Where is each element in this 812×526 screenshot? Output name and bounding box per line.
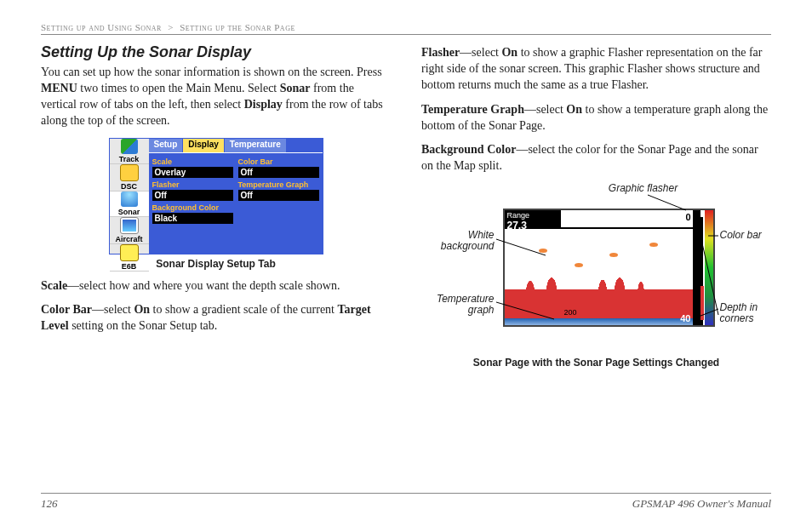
setup-pane: Setup Display Temperature ScaleOverlay C… — [149, 139, 323, 254]
sidebar-dsc: DSC — [110, 164, 149, 192]
callout-flasher: Graphic flasher — [592, 183, 695, 194]
color-bar — [705, 210, 713, 325]
callout-temp-graph: Temperature graph — [422, 294, 495, 316]
field-scale-label: Scale — [152, 157, 233, 166]
track-icon — [121, 139, 138, 154]
tab-temperature: Temperature — [225, 139, 287, 152]
figure1-caption: Sonar Display Setup Tab — [156, 258, 275, 270]
right-column: Flasher—select On to show a graphic Flas… — [421, 42, 771, 369]
menu-key: MENU — [41, 82, 77, 94]
sonar-screenshot: 200 Range27.3 0 40 — [503, 209, 715, 327]
setup-screenshot: Track DSC Sonar Aircraft E6B Setup Displ… — [109, 138, 323, 254]
callout-depth: Depth in corners — [720, 302, 771, 324]
scale-paragraph: Scale—select how and where you want the … — [41, 278, 391, 294]
sidebar-aircraft: Aircraft — [110, 217, 149, 244]
field-bgcolor-label: Background Color — [152, 203, 233, 212]
depth-bottom: 40 — [680, 313, 690, 323]
sidebar-e6b: E6B — [110, 244, 149, 272]
scale-term: Scale — [41, 279, 67, 292]
field-colorbar-value: Off — [238, 167, 319, 178]
breadcrumb: Setting up and Using Sonar > Setting up … — [41, 22, 771, 32]
graphic-flasher — [693, 210, 703, 325]
fish-icon — [649, 243, 658, 247]
sonar-icon — [121, 192, 138, 207]
bgcolor-term: Background Color — [421, 143, 516, 156]
breadcrumb-part1: Setting up and Using Sonar — [41, 22, 162, 32]
field-colorbar-label: Color Bar — [238, 157, 319, 166]
display-tab: Display — [244, 98, 283, 111]
scale-tick: 200 — [564, 308, 577, 317]
fish-icon — [539, 249, 547, 253]
setup-sidebar: Track DSC Sonar Aircraft E6B — [110, 139, 149, 254]
e6b-icon — [120, 244, 139, 261]
callout-color-bar: Color bar — [720, 230, 762, 241]
section-heading: Setting Up the Sonar Display — [41, 43, 391, 61]
sidebar-track: Track — [110, 139, 149, 164]
range-readout: Range27.3 — [505, 210, 561, 229]
tab-display: Display — [183, 139, 225, 152]
fish-icon — [575, 263, 583, 267]
field-bgcolor-value: Black — [152, 213, 233, 224]
field-tempgraph-value: Off — [238, 190, 319, 201]
figure-sonar-page: 200 Range27.3 0 40 Graphic flasher White… — [422, 183, 771, 353]
field-flasher-value: Off — [152, 190, 233, 201]
flasher-paragraph: Flasher—select On to show a graphic Flas… — [421, 45, 771, 94]
breadcrumb-sep: > — [168, 22, 174, 32]
breadcrumb-part2: Setting up the Sonar Page — [180, 22, 295, 32]
page-footer: 126 GPSMAP 496 Owner's Manual — [41, 493, 771, 511]
bgcolor-paragraph: Background Color—select the color for th… — [421, 142, 771, 174]
tab-setup: Setup — [149, 139, 184, 152]
dsc-icon — [120, 164, 139, 181]
manual-title: GPSMAP 496 Owner's Manual — [632, 497, 771, 511]
tempgraph-term: Temperature Graph — [421, 103, 524, 116]
figure-setup-tab: Track DSC Sonar Aircraft E6B Setup Displ… — [41, 138, 391, 270]
callout-white-bg: White background — [422, 230, 495, 252]
field-flasher-label: Flasher — [152, 180, 233, 189]
figure2-caption: Sonar Page with the Sonar Page Settings … — [421, 357, 771, 369]
depth-top: 0 — [685, 212, 690, 222]
field-tempgraph-label: Temperature Graph — [238, 180, 319, 189]
intro-paragraph: You can set up how the sonar information… — [41, 65, 391, 129]
colorbar-term: Color Bar — [41, 303, 92, 316]
sonar-tab: Sonar — [280, 82, 311, 94]
fish-icon — [609, 253, 618, 257]
colorbar-paragraph: Color Bar—select On to show a gradient s… — [41, 302, 391, 334]
tempgraph-paragraph: Temperature Graph—select On to show a te… — [421, 102, 771, 134]
page-number: 126 — [41, 497, 58, 511]
field-scale-value: Overlay — [152, 167, 233, 178]
aircraft-icon — [120, 217, 139, 234]
header-rule — [41, 34, 771, 35]
left-column: Setting Up the Sonar Display You can set… — [41, 42, 391, 369]
flasher-term: Flasher — [421, 46, 460, 59]
sidebar-sonar: Sonar — [110, 192, 149, 217]
